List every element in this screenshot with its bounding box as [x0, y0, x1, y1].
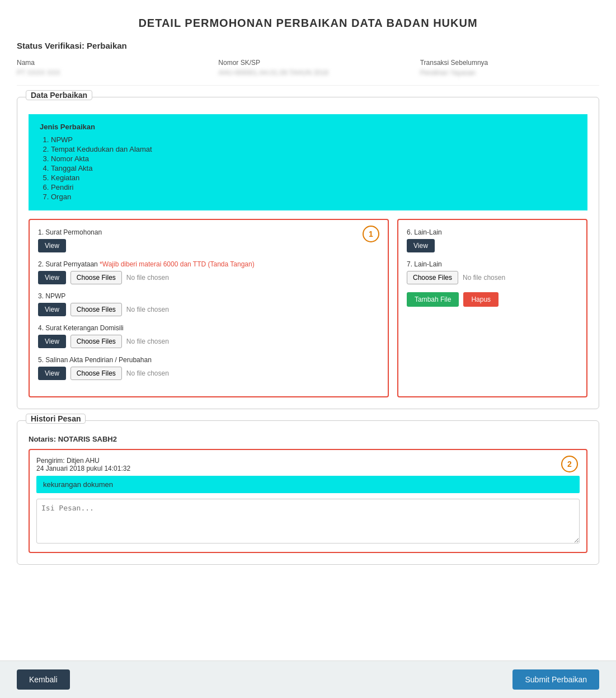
- doc-item-6: 6. Lain-Lain View: [407, 228, 578, 252]
- info-col-nama: Nama PT XXXX XXX: [17, 59, 196, 77]
- histori-section: Histori Pesan Notaris: NOTARIS SABH2 2 P…: [17, 420, 599, 565]
- no-file-text-2: No file chosen: [126, 274, 169, 282]
- doc-item-7: 7. Lain-Lain Choose Files No file chosen: [407, 260, 578, 284]
- status-bar: Status Verifikasi: Perbaikan: [17, 41, 599, 50]
- info-col-nomor: Nomor SK/SP AHU-000001.AH.01.09.TAHUN 20…: [218, 59, 397, 77]
- pengirim-info: Pengirim: Ditjen AHU 24 Januari 2018 puk…: [36, 457, 580, 472]
- choose-files-button-7[interactable]: Choose Files: [407, 271, 458, 284]
- badge-1: 1: [363, 226, 379, 242]
- doc-item-5: 5. Salinan Akta Pendirian / Perubahan Vi…: [38, 356, 379, 380]
- badge-2-pos: 2: [561, 456, 578, 472]
- doc-label-7: 7. Lain-Lain: [407, 260, 578, 268]
- view-button-5[interactable]: View: [38, 367, 66, 380]
- view-button-2[interactable]: View: [38, 271, 66, 284]
- jenis-perbaikan-box: Jenis Perbaikan NPWP Tempat Kedudukan da…: [29, 114, 587, 210]
- data-perbaikan-section: Data Perbaikan Jenis Perbaikan NPWP Temp…: [17, 97, 599, 409]
- list-item: Tanggal Akta: [51, 164, 576, 172]
- view-button-4[interactable]: View: [38, 335, 66, 348]
- submit-perbaikan-button[interactable]: Submit Perbaikan: [512, 669, 599, 690]
- choose-files-button-4[interactable]: Choose Files: [70, 335, 122, 348]
- doc-row-6: View: [407, 239, 578, 252]
- notaris-label: Notaris: NOTARIS SABH2: [29, 435, 587, 443]
- message-input[interactable]: [36, 499, 580, 544]
- doc-label-2: 2. Surat Pernyataan *Wajib diberi matera…: [38, 260, 379, 268]
- doc-label-1: 1. Surat Permohonan: [38, 228, 379, 236]
- tambah-file-button[interactable]: Tambah File: [407, 292, 459, 307]
- transaksi-value: Pendirian Yayasan: [420, 69, 599, 77]
- doc-item-1: 1. Surat Permohonan View: [38, 228, 379, 252]
- nama-value: PT XXXX XXX: [17, 69, 196, 77]
- doc-row-2: View Choose Files No file chosen: [38, 271, 379, 284]
- message-content: kekurangan dokumen: [36, 476, 580, 493]
- list-item: Kegiatan: [51, 174, 576, 182]
- info-col-transaksi: Transaksi Sebelumnya Pendirian Yayasan: [420, 59, 599, 77]
- doc-label-3: 3. NPWP: [38, 292, 379, 300]
- histori-title: Histori Pesan: [26, 414, 86, 424]
- choose-files-button-3[interactable]: Choose Files: [70, 303, 122, 316]
- doc-label-5: 5. Salinan Akta Pendirian / Perubahan: [38, 356, 379, 364]
- badge-2: 2: [561, 456, 578, 472]
- doc-row-5: View Choose Files No file chosen: [38, 367, 379, 380]
- jenis-perbaikan-header: Jenis Perbaikan: [40, 123, 576, 131]
- view-button-1[interactable]: View: [38, 239, 66, 252]
- choose-files-button-5[interactable]: Choose Files: [70, 367, 122, 380]
- doc-row-1: View: [38, 239, 379, 252]
- hapus-button[interactable]: Hapus: [463, 292, 499, 307]
- view-button-6[interactable]: View: [407, 239, 435, 252]
- no-file-text-5: No file chosen: [126, 369, 169, 377]
- doc-label-4: 4. Surat Keterangan Domisili: [38, 324, 379, 332]
- nama-label: Nama: [17, 59, 196, 67]
- kembali-button[interactable]: Kembali: [17, 669, 70, 690]
- doc-label-6: 6. Lain-Lain: [407, 228, 578, 236]
- view-button-3[interactable]: View: [38, 303, 66, 316]
- list-item: Nomor Akta: [51, 154, 576, 163]
- doc-item-3: 3. NPWP View Choose Files No file chosen: [38, 292, 379, 316]
- no-file-text-4: No file chosen: [126, 338, 169, 345]
- docs-container: 1 1. Surat Permohonan View 2. Surat Pern…: [29, 219, 587, 397]
- docs-right-panel: 6. Lain-Lain View 7. Lain-Lain Choose Fi…: [397, 219, 587, 397]
- doc-item-2: 2. Surat Pernyataan *Wajib diberi matera…: [38, 260, 379, 284]
- footer-bar: Kembali Submit Perbaikan: [0, 660, 616, 698]
- no-file-text-7: No file chosen: [463, 274, 505, 282]
- jenis-perbaikan-list: NPWP Tempat Kedudukan dan Alamat Nomor A…: [40, 135, 576, 201]
- choose-files-button-2[interactable]: Choose Files: [70, 271, 122, 284]
- nomor-value: AHU-000001.AH.01.09.TAHUN 2018: [218, 69, 397, 77]
- page-wrapper: DETAIL PERMOHONAN PERBAIKAN DATA BADAN H…: [0, 0, 616, 698]
- message-box: 2 Pengirim: Ditjen AHU 24 Januari 2018 p…: [29, 449, 587, 553]
- data-perbaikan-title: Data Perbaikan: [26, 90, 92, 100]
- transaksi-label: Transaksi Sebelumnya: [420, 59, 599, 67]
- doc-row-4: View Choose Files No file chosen: [38, 335, 379, 348]
- no-file-text-3: No file chosen: [126, 306, 169, 313]
- list-item: Organ: [51, 193, 576, 201]
- list-item: Tempat Kedudukan dan Alamat: [51, 145, 576, 153]
- doc-row-7: Choose Files No file chosen: [407, 271, 578, 284]
- page-title: DETAIL PERMOHONAN PERBAIKAN DATA BADAN H…: [17, 17, 599, 30]
- list-item: Pendiri: [51, 183, 576, 191]
- tambah-hapus-row: Tambah File Hapus: [407, 292, 578, 307]
- doc-item-4: 4. Surat Keterangan Domisili View Choose…: [38, 324, 379, 348]
- doc-row-3: View Choose Files No file chosen: [38, 303, 379, 316]
- docs-left-panel: 1 1. Surat Permohonan View 2. Surat Pern…: [29, 219, 389, 397]
- list-item: NPWP: [51, 135, 576, 144]
- nomor-label: Nomor SK/SP: [218, 59, 397, 67]
- info-row: Nama PT XXXX XXX Nomor SK/SP AHU-000001.…: [17, 59, 599, 86]
